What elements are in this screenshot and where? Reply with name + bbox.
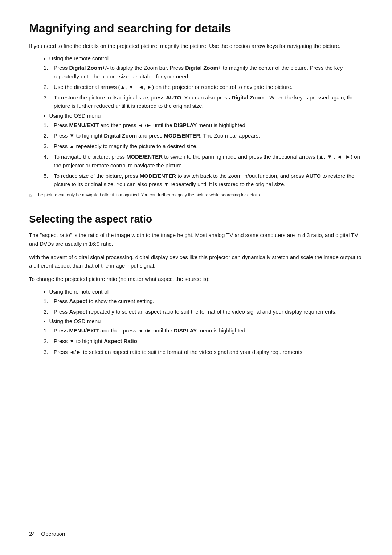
step-num: 4.: [44, 152, 54, 161]
note-box: ☞ The picture can only be navigated afte…: [29, 192, 363, 199]
remote-control-label-2: Using the remote control: [49, 289, 109, 295]
step-text: Press ◄/► to select an aspect ratio to s…: [54, 348, 363, 356]
step-num: 2.: [44, 337, 54, 345]
step-text: Press ▼ to highlight Digital Zoom and pr…: [54, 131, 363, 140]
step-text: To navigate the picture, press MODE/ENTE…: [54, 152, 363, 170]
section2-para3: To change the projected picture ratio (n…: [29, 275, 363, 283]
remote-control-label: Using the remote control: [49, 55, 109, 61]
section1-title: Magnifying and searching for details: [29, 22, 363, 35]
bullet-dot: •: [44, 113, 46, 119]
osd-label-2: Using the OSD menu: [49, 318, 101, 324]
osd-label: Using the OSD menu: [49, 113, 101, 119]
list-item: 2. Press ▼ to highlight Digital Zoom and…: [44, 131, 363, 140]
section1-intro: If you need to find the details on the p…: [29, 42, 363, 50]
step-text: Press Aspect repeatedly to select an asp…: [54, 307, 363, 316]
step-num: 3.: [44, 348, 54, 356]
step-num: 2.: [44, 131, 54, 140]
list-item: 1. Press MENU/EXIT and then press ◄ /► u…: [44, 121, 363, 129]
list-item: 2. Press Aspect repeatedly to select an …: [44, 307, 363, 316]
list-item: 3. To restore the picture to its origina…: [44, 93, 363, 110]
step-num: 2.: [44, 83, 54, 91]
step-num: 3.: [44, 142, 54, 150]
step-num: 2.: [44, 307, 54, 316]
step-text: To restore the picture to its original s…: [54, 93, 363, 110]
page-number: 24: [29, 531, 35, 537]
step-text: Press MENU/EXIT and then press ◄ /► unti…: [54, 326, 363, 335]
list-item: 1. Press Aspect to show the current sett…: [44, 297, 363, 305]
bullet-dot: •: [44, 56, 46, 62]
step-num: 1.: [44, 64, 54, 72]
section2-title: Selecting the aspect ratio: [29, 213, 363, 225]
list-item: 3. Press ◄/► to select an aspect ratio t…: [44, 348, 363, 356]
step-num: 1.: [44, 121, 54, 129]
page-footer: 24 Operation: [29, 531, 65, 537]
step-text: Press Digital Zoom+/- to display the Zoo…: [54, 64, 363, 81]
step-num: 3.: [44, 93, 54, 102]
list-item: 2. Use the directional arrows (▲, ▼ , ◄,…: [44, 83, 363, 91]
step-text: Press Aspect to show the current setting…: [54, 297, 363, 305]
step-text: Use the directional arrows (▲, ▼ , ◄, ►)…: [54, 83, 363, 91]
step-num: 5.: [44, 172, 54, 180]
list-item: 3. Press ▲ repeatedly to magnify the pic…: [44, 142, 363, 150]
list-item: 2. Press ▼ to highlight Aspect Ratio.: [44, 337, 363, 345]
footer-label: Operation: [41, 531, 65, 537]
list-item: 4. To navigate the picture, press MODE/E…: [44, 152, 363, 170]
note-text: The picture can only be navigated after …: [36, 192, 261, 198]
step-text: To reduce size of the picture, press MOD…: [54, 172, 363, 189]
list-item: 1. Press Digital Zoom+/- to display the …: [44, 64, 363, 81]
step-text: Press MENU/EXIT and then press ◄ /► unti…: [54, 121, 363, 129]
section2-para1: The "aspect ratio" is the ratio of the i…: [29, 231, 363, 248]
step-text: Press ▼ to highlight Aspect Ratio.: [54, 337, 363, 345]
step-num: 1.: [44, 326, 54, 335]
section2-para2: With the advent of digital signal proces…: [29, 253, 363, 270]
bullet-dot: •: [44, 289, 46, 295]
note-icon: ☞: [29, 192, 33, 199]
list-item: 5. To reduce size of the picture, press …: [44, 172, 363, 189]
bullet-dot: •: [44, 318, 46, 325]
step-num: 1.: [44, 297, 54, 305]
step-text: Press ▲ repeatedly to magnify the pictur…: [54, 142, 363, 150]
list-item: 1. Press MENU/EXIT and then press ◄ /► u…: [44, 326, 363, 335]
